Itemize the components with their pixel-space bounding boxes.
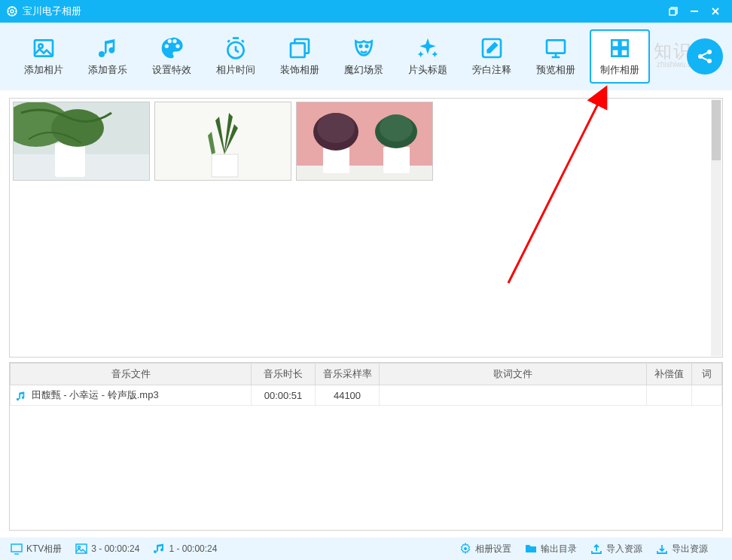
download-icon xyxy=(656,543,668,555)
svg-rect-3 xyxy=(669,9,676,15)
folder-icon xyxy=(525,543,537,555)
export-status[interactable]: 导出资源 xyxy=(656,543,708,555)
minimize-button[interactable] xyxy=(684,1,705,22)
col-offset[interactable]: 补偿值 xyxy=(647,364,692,385)
album-type-status[interactable]: KTV相册 xyxy=(11,543,62,555)
toolbar: 添加相片 添加音乐 设置特效 相片时间 装饰相册 魔幻场景 片头标题 旁白注释 … xyxy=(0,23,732,90)
tool-label: 添加音乐 xyxy=(88,63,127,77)
tool-label: 添加相片 xyxy=(24,63,63,77)
titlebar: 宝川电子相册 xyxy=(0,0,732,23)
svg-rect-17 xyxy=(621,40,627,47)
app-icon xyxy=(6,5,18,17)
output-dir-status[interactable]: 输出目录 xyxy=(525,543,577,555)
edit-icon xyxy=(480,36,504,60)
svg-rect-16 xyxy=(612,40,618,47)
col-file[interactable]: 音乐文件 xyxy=(11,364,252,385)
music-duration: 00:00:51 xyxy=(252,385,316,406)
svg-point-20 xyxy=(698,54,703,59)
music-panel: 音乐文件 音乐时长 音乐采样率 歌词文件 补偿值 词 田馥甄 - 小幸运 - 铃… xyxy=(9,362,723,531)
tool-label: 片头标题 xyxy=(408,63,447,77)
music-row[interactable]: 田馥甄 - 小幸运 - 铃声版.mp3 00:00:51 44100 xyxy=(11,385,722,406)
music-ci[interactable] xyxy=(692,385,722,406)
music-note-icon xyxy=(15,391,26,401)
music-count-status[interactable]: 1 - 00:00:24 xyxy=(153,543,217,555)
svg-point-37 xyxy=(380,114,413,142)
music-offset xyxy=(647,385,692,406)
photo-scrollbar[interactable] xyxy=(711,99,721,356)
grid-icon xyxy=(608,36,632,60)
music-lyric xyxy=(380,385,647,406)
svg-point-1 xyxy=(11,10,14,13)
preview-button[interactable]: 预览相册 xyxy=(526,29,586,84)
svg-rect-39 xyxy=(11,544,22,552)
tool-label: 相片时间 xyxy=(216,63,255,77)
tool-label: 预览相册 xyxy=(536,63,575,77)
tool-label: 旁白注释 xyxy=(472,63,511,77)
effects-button[interactable]: 设置特效 xyxy=(142,29,202,84)
photo-list xyxy=(10,99,722,184)
monitor-icon xyxy=(544,36,568,60)
title-button[interactable]: 片头标题 xyxy=(398,29,458,84)
svg-rect-18 xyxy=(612,49,618,56)
svg-point-12 xyxy=(360,45,362,47)
share-button[interactable] xyxy=(687,38,723,75)
gear-icon xyxy=(459,543,471,555)
import-status[interactable]: 导入资源 xyxy=(590,543,642,555)
svg-rect-11 xyxy=(291,43,305,57)
share-icon xyxy=(696,47,714,65)
decorate-button[interactable]: 装饰相册 xyxy=(270,29,330,84)
settings-status[interactable]: 相册设置 xyxy=(459,543,511,555)
music-small-icon xyxy=(153,543,165,555)
photo-thumb[interactable] xyxy=(296,102,433,181)
music-icon xyxy=(96,36,120,60)
plant-thumbnail-icon xyxy=(155,102,291,181)
col-ci[interactable]: 词 xyxy=(692,364,722,385)
svg-rect-19 xyxy=(621,49,627,56)
svg-rect-33 xyxy=(383,147,410,173)
create-album-button[interactable]: 制作相册 xyxy=(590,29,650,84)
app-title: 宝川电子相册 xyxy=(23,5,81,18)
image-small-icon xyxy=(75,543,87,555)
photo-panel xyxy=(9,98,723,358)
svg-rect-29 xyxy=(212,154,238,177)
add-photo-button[interactable]: 添加相片 xyxy=(14,29,74,84)
monitor-small-icon xyxy=(11,543,23,555)
svg-point-13 xyxy=(366,45,368,47)
svg-point-22 xyxy=(707,59,712,63)
magic-scene-button[interactable]: 魔幻场景 xyxy=(334,29,394,84)
svg-rect-15 xyxy=(547,40,565,53)
svg-rect-31 xyxy=(297,166,432,181)
close-button[interactable] xyxy=(705,1,726,22)
plant-thumbnail-icon xyxy=(297,102,432,181)
music-table: 音乐文件 音乐时长 音乐采样率 歌词文件 补偿值 词 田馥甄 - 小幸运 - 铃… xyxy=(10,363,722,406)
restore-button[interactable] xyxy=(663,1,684,22)
annotation-button[interactable]: 旁白注释 xyxy=(462,29,522,84)
tool-label: 设置特效 xyxy=(152,63,191,77)
svg-rect-32 xyxy=(323,147,349,173)
svg-point-35 xyxy=(317,113,355,143)
clock-icon xyxy=(224,36,248,60)
plant-thumbnail-icon xyxy=(14,102,149,181)
music-filename: 田馥甄 - 小幸运 - 铃声版.mp3 xyxy=(32,389,159,400)
photo-time-button[interactable]: 相片时间 xyxy=(206,29,266,84)
tool-label: 魔幻场景 xyxy=(344,63,383,77)
col-lyric[interactable]: 歌词文件 xyxy=(380,364,647,385)
palette-icon xyxy=(160,36,184,60)
svg-point-21 xyxy=(707,50,712,54)
statusbar: KTV相册 3 - 00:00:24 1 - 00:00:24 相册设置 输出目… xyxy=(0,537,732,560)
svg-point-8 xyxy=(38,44,42,48)
music-sample-rate: 44100 xyxy=(316,385,380,406)
upload-icon xyxy=(590,543,602,555)
mask-icon xyxy=(352,36,376,60)
tool-label: 装饰相册 xyxy=(280,63,319,77)
photo-thumb[interactable] xyxy=(13,102,150,181)
col-sample[interactable]: 音乐采样率 xyxy=(316,364,380,385)
add-music-button[interactable]: 添加音乐 xyxy=(78,29,138,84)
tool-label: 制作相册 xyxy=(600,63,639,77)
photo-count-status[interactable]: 3 - 00:00:24 xyxy=(75,543,139,555)
layers-icon xyxy=(288,36,312,60)
svg-rect-25 xyxy=(55,143,85,177)
photo-thumb[interactable] xyxy=(154,102,291,181)
sparkle-icon xyxy=(416,36,440,60)
col-duration[interactable]: 音乐时长 xyxy=(252,364,316,385)
